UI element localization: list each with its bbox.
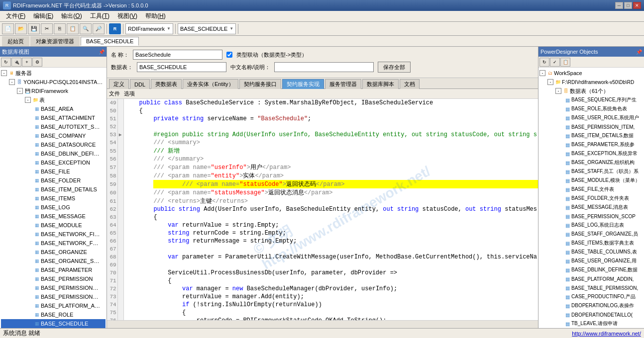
right-tree-db-section[interactable]: - 🗄 数据表（61个） — [539, 86, 643, 95]
tree-table-base_autotext_sql[interactable]: ▦BASE_AUTOTEXT_SQL — [1, 122, 106, 131]
tree-table-base_network_file[interactable]: ▦BASE_NETWORK_FILE — [1, 230, 106, 239]
toolbar-cut[interactable]: ✂ — [41, 23, 53, 34]
right-tree-item[interactable]: ▦BASE_ORGANIZE,组织机构 — [539, 158, 643, 167]
form-table-input[interactable] — [137, 62, 226, 72]
right-tree-item[interactable]: ▦DBOPERATIONLOG,表操作 — [539, 301, 643, 310]
instance-expand[interactable]: - — [9, 79, 15, 85]
tab-contract-impl[interactable]: 契约服务实现 — [282, 79, 324, 89]
toolbar-paste[interactable]: 📋 — [67, 23, 79, 34]
right-tree-item[interactable]: ▦BASE_ITEMS,数据字典主表 — [539, 239, 643, 248]
tab-start[interactable]: 起始页 — [2, 36, 29, 46]
right-tree-item[interactable]: ▦BASE_STAFF_ORGANIZE,员 — [539, 230, 643, 239]
right-tree-item[interactable]: ▦BASE_DBLINK_DEFINE,数据 — [539, 265, 643, 274]
close-button[interactable]: ✕ — [633, 2, 641, 9]
right-btn3[interactable]: 📋 — [560, 58, 570, 67]
tab-service-manager[interactable]: 服务管理器 — [325, 79, 361, 89]
right-tree-workspace[interactable]: - 🗂 WorkSpace — [539, 69, 643, 78]
file-bar-file[interactable]: 文件 — [109, 90, 120, 97]
tree-db[interactable]: - 💾 RDIFramework — [1, 86, 106, 95]
framework-dropdown[interactable]: RDIFramework ▼ — [125, 23, 173, 34]
right-tree-item[interactable]: ▦BASE_PARAMETER,系统参 — [539, 140, 643, 149]
right-tree-path[interactable]: - 📁 F:\RDIVrdiframework-v50\Db\RD — [539, 78, 643, 86]
right-tree-item[interactable]: ▦BASE_EXCEPTION,系统异常 — [539, 149, 643, 158]
tree-table-base_datasource[interactable]: ▦BASE_DATASOURCE — [1, 140, 106, 149]
tab-document[interactable]: 文档 — [400, 79, 420, 89]
right-tree-item[interactable]: ▦BASE_PERMISSION_SCOP — [539, 212, 643, 221]
tab-contract-interface[interactable]: 契约服务接口 — [239, 79, 281, 89]
right-tree-item[interactable]: ▦BASE_USER_ROLE,系统用户 — [539, 113, 643, 122]
tab-base-schedule[interactable]: BASE_SCHEDULE — [81, 37, 139, 46]
menu-view[interactable]: 视图(V) — [113, 11, 141, 21]
tree-table-base_network_fold[interactable]: ▦BASE_NETWORK_FOLD — [1, 239, 106, 248]
tree-table-base_exception[interactable]: ▦BASE_EXCEPTION — [1, 158, 106, 167]
panel-btn-expand[interactable]: + — [22, 58, 32, 67]
tree-table-base_log[interactable]: ▦BASE_LOG — [1, 203, 106, 212]
menu-tools[interactable]: 工具(T) — [86, 11, 113, 21]
right-tree-item[interactable]: ▦BASE_SEQUENCE,序列产生 — [539, 95, 643, 104]
panel-btn-connect[interactable]: 🔌 — [11, 58, 21, 67]
tab-define[interactable]: 定义 — [109, 79, 129, 89]
tree-table-base_organize_sco[interactable]: ▦BASE_ORGANIZE_SCO — [1, 256, 106, 265]
tab-ddl[interactable]: DDL — [130, 79, 150, 89]
right-tree-item[interactable]: ▦BASE_ITEM_DETAILS,数据 — [539, 131, 643, 140]
right-tree-item[interactable]: ▦DBOPERATIONDETAILLO( — [539, 310, 643, 319]
tree-table-base_permission_sc[interactable]: ▦BASE_PERMISSION_SC — [1, 292, 106, 301]
tree-table-base_file[interactable]: ▦BASE_FILE — [1, 167, 106, 176]
right-tree-item[interactable]: ▦TB_LEAVE,请假申请 — [539, 319, 643, 328]
tree-table-base_area[interactable]: ▦BASE_AREA — [1, 104, 106, 113]
right-tree-item[interactable]: ▦BASE_FILE,文件表 — [539, 185, 643, 194]
right-tree-item[interactable]: ▦BASE_USER_ORGANIZE,用 — [539, 256, 643, 265]
tree-table-base_parameter[interactable]: ▦BASE_PARAMETER — [1, 265, 106, 274]
panel-btn-refresh[interactable]: ↻ — [1, 58, 11, 67]
tree-table-base_item_details[interactable]: ▦BASE_ITEM_DETAILS — [1, 185, 106, 194]
right-btn1[interactable]: ↻ — [539, 58, 549, 67]
tree-table-base_company[interactable]: ▦BASE_COMPANY — [1, 131, 106, 140]
hscroll[interactable] — [107, 321, 538, 329]
right-tree-item[interactable]: ▦BASE_TABLE_PERMISSION, — [539, 283, 643, 292]
tree-table-base_permission[interactable]: ▦BASE_PERMISSION — [1, 274, 106, 283]
right-btn2[interactable]: ✓ — [550, 58, 560, 67]
toolbar-open[interactable]: 📂 — [15, 23, 27, 34]
tree-table-base_module[interactable]: ▦BASE_MODULE — [1, 221, 106, 230]
maximize-button[interactable]: □ — [624, 2, 632, 9]
menu-output[interactable]: 输出(O) — [57, 11, 86, 21]
tree-table-base_permission_ite[interactable]: ▦BASE_PERMISSION_ITE — [1, 283, 106, 292]
right-tree-item[interactable]: ▦BASE_LOG,系统日志表 — [539, 221, 643, 230]
right-tree-item[interactable]: ▦CASE_PRODUCTINFO,产品 — [539, 292, 643, 301]
tree-server[interactable]: - 🖥 服务器 — [1, 69, 106, 78]
tab-db-script[interactable]: 数据库脚本 — [362, 79, 399, 89]
toolbar-zoom-in[interactable]: 🔎 — [93, 23, 105, 34]
db-expand[interactable]: - — [17, 88, 23, 94]
save-all-button[interactable]: 保存全部 — [378, 62, 411, 73]
right-tree-item[interactable]: ▦BASE_PERMISSION_ITEM, — [539, 122, 643, 131]
form-name-input[interactable] — [133, 50, 222, 60]
schedule-dropdown[interactable]: BASE_SCHEDULE ▼ — [178, 23, 236, 34]
tree-table-base_role[interactable]: ▦BASE_ROLE — [1, 310, 106, 319]
tree-table-base_folder[interactable]: ▦BASE_FOLDER — [1, 176, 106, 185]
left-panel-pin[interactable]: 📌 — [99, 49, 105, 55]
tree-table-base_organize[interactable]: ▦BASE_ORGANIZE — [1, 248, 106, 256]
tree-instance[interactable]: - 🗄 YONGHU-PC\SQL2014INSTANCE — [1, 78, 106, 86]
tree-table-base_schedule[interactable]: ▦BASE_SCHEDULE — [1, 319, 106, 328]
workspace-expand[interactable]: - — [539, 70, 545, 76]
tree-table-base_attachment[interactable]: ▦BASE_ATTACHMENT — [1, 113, 106, 122]
type-sync-checkbox[interactable] — [226, 52, 232, 58]
tab-entity[interactable]: 业务实体（Entity） — [183, 79, 238, 89]
right-panel-pin[interactable]: 📌 — [636, 49, 642, 55]
right-tree-item[interactable]: ▦BASE_ROLE,系统角色表 — [539, 104, 643, 113]
table-section-expand[interactable]: - — [25, 97, 31, 103]
toolbar-new[interactable]: 📄 — [2, 23, 14, 34]
tree-table-base_platform_addi[interactable]: ▦BASE_PLATFORM_ADDI — [1, 301, 106, 310]
db-section-expand[interactable]: - — [555, 88, 561, 94]
code-area[interactable]: © 文明http://www.rdiframework.net/ 49 publ… — [107, 99, 538, 320]
right-tree-item[interactable]: ▦BASE_MESSAGE,消息表 — [539, 203, 643, 212]
path-expand[interactable]: - — [547, 79, 553, 85]
toolbar-copy[interactable]: ⎘ — [54, 23, 66, 34]
panel-btn-settings[interactable]: ⚙ — [32, 58, 42, 67]
server-expand[interactable]: - — [1, 70, 7, 76]
right-tree-item[interactable]: ▦BASE_FOLDER,文件夹表 — [539, 194, 643, 203]
tab-object-explorer[interactable]: 对象资源管理器 — [30, 36, 80, 46]
menu-file[interactable]: 文件(F) — [2, 11, 29, 21]
right-tree-item[interactable]: ▦BASE_STAFF,员工（职员）系 — [539, 167, 643, 176]
tree-table-base_message[interactable]: ▦BASE_MESSAGE — [1, 212, 106, 221]
